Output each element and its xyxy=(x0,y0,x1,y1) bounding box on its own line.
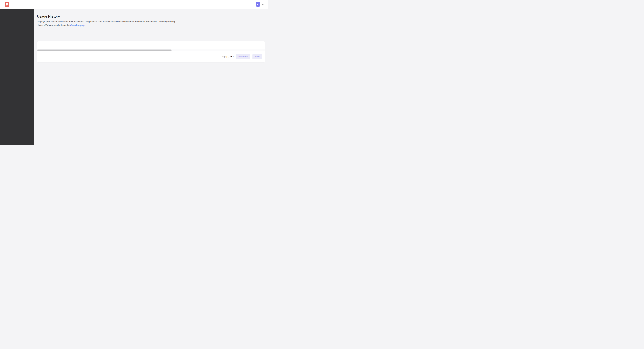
chevron-down-icon[interactable] xyxy=(262,4,264,5)
main-content: Usage History Displays prior clusters/VM… xyxy=(34,9,268,145)
previous-button[interactable]: Previous xyxy=(236,54,250,59)
app-logo[interactable]: R xyxy=(5,2,10,7)
filters-row xyxy=(37,30,265,36)
logo-letter: R xyxy=(6,2,8,6)
page-title: Usage History xyxy=(37,14,265,18)
avatar[interactable]: K xyxy=(256,2,260,7)
page-indicator: Page[1] of 1 xyxy=(221,55,234,58)
description-text: Displays prior clusters/VMs and their as… xyxy=(37,20,175,26)
usage-table-card: Page[1] of 1 Previous Next xyxy=(37,41,265,62)
description-suffix: . xyxy=(85,24,86,26)
horizontal-scrollbar-thumb[interactable] xyxy=(37,49,172,51)
page-description: Displays prior clusters/VMs and their as… xyxy=(37,20,176,27)
sidebar xyxy=(0,9,34,145)
app-body: Usage History Displays prior clusters/VM… xyxy=(0,9,268,145)
pagination: Page[1] of 1 Previous Next xyxy=(37,51,265,62)
next-button[interactable]: Next xyxy=(252,54,262,59)
screen: R K Usage History Displays prior cluster… xyxy=(0,0,268,145)
top-nav: R K xyxy=(0,0,268,9)
horizontal-scrollbar-track[interactable] xyxy=(37,49,265,51)
overview-page-link[interactable]: Overview page xyxy=(70,24,85,26)
table-toolbar xyxy=(37,41,265,49)
